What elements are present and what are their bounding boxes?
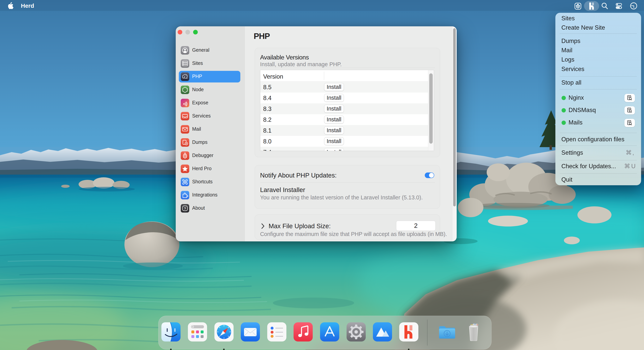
svg-text:?: ?: [184, 207, 186, 210]
